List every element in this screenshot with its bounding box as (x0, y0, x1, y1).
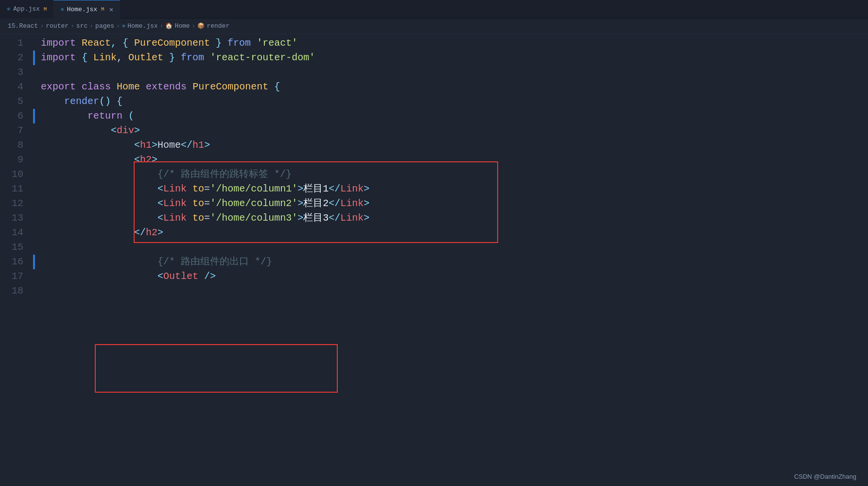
line-number-13: 13 (0, 211, 33, 226)
breadcrumb-homejsx: ⚛ Home.jsx (122, 22, 158, 30)
line-content-5: render() { (37, 94, 868, 109)
line-number-10: 10 (0, 167, 33, 182)
token (41, 271, 157, 282)
token: h2 (140, 154, 152, 165)
token: > (157, 227, 163, 238)
token: */} (268, 169, 292, 180)
token: h1 (140, 139, 152, 151)
token: < (111, 125, 117, 136)
line-indicator-6 (33, 109, 35, 123)
line-number-11: 11 (0, 182, 33, 196)
token: PureComponent (192, 81, 268, 92)
line-content-17: <Outlet /> (37, 269, 868, 284)
line-number-17: 17 (0, 269, 33, 284)
token: </ (329, 198, 340, 209)
token: {/* (157, 169, 181, 180)
token (187, 81, 192, 92)
line-indicator-7 (33, 123, 35, 138)
token: Link (340, 212, 364, 224)
token: () { (99, 96, 122, 107)
token (41, 183, 157, 194)
line-indicator-1 (33, 36, 35, 51)
token: > (134, 125, 140, 136)
line-content-4: export class Home extends PureComponent … (37, 80, 868, 94)
breadcrumb-class-icon: 🏠 (165, 22, 173, 30)
token: Link (93, 52, 117, 63)
line-indicator-14 (33, 226, 35, 240)
token: , { (111, 37, 134, 49)
token: extends (146, 81, 187, 92)
token: Outlet (128, 52, 163, 63)
tab-home[interactable]: ⚛ Home.jsx M ✕ (53, 0, 120, 18)
token: < (157, 183, 163, 194)
token: 栏目1 (303, 183, 329, 194)
line-indicator-18 (33, 284, 35, 298)
tab-home-close[interactable]: ✕ (109, 5, 113, 14)
token: > (152, 139, 157, 151)
token (41, 227, 134, 238)
code-line-7: 7 <div> (0, 123, 868, 138)
code-line-14: 14 </h2> (0, 226, 868, 240)
token: { (76, 52, 93, 63)
line-indicator-13 (33, 211, 35, 226)
tab-home-icon: ⚛ (60, 6, 64, 13)
breadcrumb-home-class: 🏠 Home (165, 22, 190, 30)
token (41, 125, 111, 136)
breadcrumb-render-icon: 📦 (197, 22, 205, 30)
token: 'react' (257, 37, 297, 49)
token (41, 96, 64, 107)
watermark: CSDN @DantinZhang (794, 473, 856, 480)
token (41, 256, 157, 267)
token: from (181, 52, 204, 63)
code-line-2: 2import { Link, Outlet } from 'react-rou… (0, 51, 868, 65)
token: < (157, 212, 163, 224)
token: > (364, 212, 369, 224)
code-line-10: 10 {/* 路由组件的跳转标签 */} (0, 167, 868, 182)
token: </ (181, 139, 192, 151)
tab-app-label: App.jsx (13, 5, 40, 13)
token: { (268, 81, 280, 92)
line-indicator-5 (33, 94, 35, 109)
token: '/home/column3' (210, 212, 297, 224)
token (41, 198, 157, 209)
token: class (82, 81, 111, 92)
token: div (117, 125, 134, 136)
token: import (41, 52, 76, 63)
token (204, 52, 210, 63)
code-line-5: 5 render() { (0, 94, 868, 109)
token: </ (329, 183, 340, 194)
tab-home-label: Home.jsx (67, 6, 97, 13)
code-line-11: 11 <Link to='/home/column1'>栏目1</Link> (0, 182, 868, 196)
token: '/home/column1' (210, 183, 297, 194)
code-line-6: 6 return ( (0, 109, 868, 123)
token: = (204, 198, 210, 209)
token: */} (249, 256, 272, 267)
token: } (210, 37, 227, 49)
token: = (204, 212, 210, 224)
token (187, 198, 192, 209)
line-number-12: 12 (0, 196, 33, 211)
token (41, 169, 157, 180)
token: ( (122, 110, 134, 122)
breadcrumb-pages: pages (95, 22, 114, 30)
code-container: 1import React, { PureComponent } from 'r… (0, 34, 868, 298)
tab-bar: ⚛ App.jsx M ⚛ Home.jsx M ✕ (0, 0, 868, 18)
line-indicator-9 (33, 153, 35, 167)
token: /> (198, 271, 216, 282)
token: return (87, 110, 122, 122)
line-number-14: 14 (0, 226, 33, 240)
line-number-6: 6 (0, 109, 33, 123)
code-line-17: 17 <Outlet /> (0, 269, 868, 284)
line-content-14: </h2> (37, 226, 868, 240)
token: > (364, 198, 369, 209)
token: PureComponent (134, 37, 210, 49)
line-number-3: 3 (0, 65, 33, 80)
tab-app[interactable]: ⚛ App.jsx M (0, 0, 53, 18)
token: {/* (157, 256, 181, 267)
line-content-1: import React, { PureComponent } from 're… (37, 36, 868, 51)
breadcrumb-render: 📦 render (197, 22, 229, 30)
line-content-16: {/* 路由组件的出口 */} (37, 255, 868, 269)
code-line-15: 15 (0, 240, 868, 255)
token: > (204, 139, 210, 151)
line-indicator-3 (33, 65, 35, 80)
